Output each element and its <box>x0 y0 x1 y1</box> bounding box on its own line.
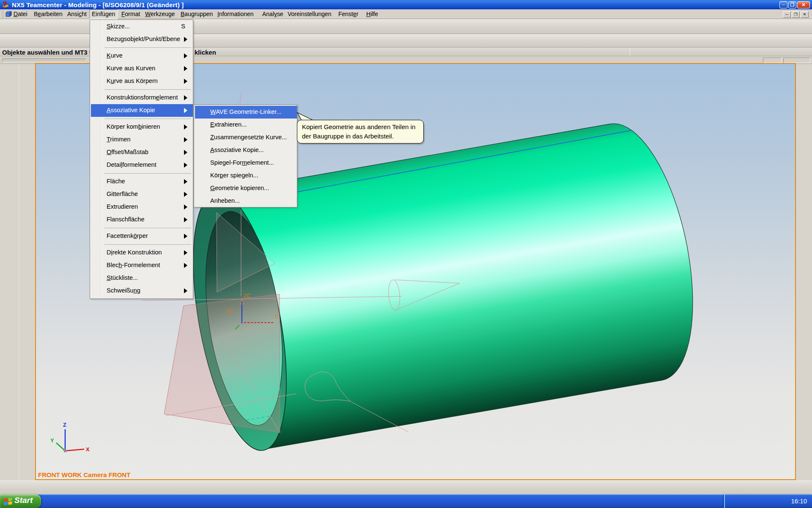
svg-text:YC: YC <box>226 309 233 315</box>
svg-text:ZC: ZC <box>244 293 250 299</box>
svg-text:X: X <box>86 446 90 453</box>
svg-text:Z: Z <box>63 422 66 428</box>
svg-text:FRONT WORK Camera FRONT: FRONT WORK Camera FRONT <box>38 471 130 478</box>
svg-text:Y: Y <box>50 437 54 444</box>
svg-text:C: C <box>275 314 279 320</box>
